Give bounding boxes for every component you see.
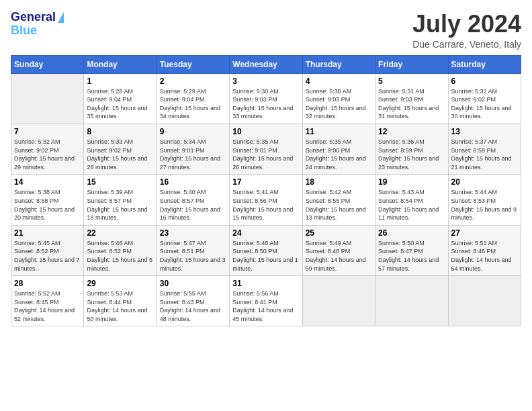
day-info: Sunrise: 5:30 AMSunset: 9:03 PMDaylight:…: [306, 87, 372, 121]
calendar-cell: 1Sunrise: 5:28 AMSunset: 9:04 PMDaylight…: [84, 73, 157, 124]
day-number: 4: [306, 77, 372, 86]
day-info: Sunrise: 5:42 AMSunset: 8:55 PMDaylight:…: [306, 188, 372, 222]
day-number: 8: [87, 127, 153, 136]
weekday-header-monday: Monday: [84, 55, 157, 73]
day-info: Sunrise: 5:50 AMSunset: 8:47 PMDaylight:…: [378, 239, 445, 273]
calendar-cell: 19Sunrise: 5:43 AMSunset: 8:54 PMDayligh…: [375, 175, 448, 225]
calendar-cell: 22Sunrise: 5:46 AMSunset: 8:52 PMDayligh…: [84, 225, 157, 275]
day-number: 24: [232, 228, 299, 238]
day-info: Sunrise: 5:39 AMSunset: 8:57 PMDaylight:…: [87, 188, 153, 222]
calendar-cell: 13Sunrise: 5:37 AMSunset: 8:59 PMDayligh…: [448, 124, 521, 174]
calendar-cell: 24Sunrise: 5:48 AMSunset: 8:50 PMDayligh…: [230, 225, 302, 275]
weekday-header-saturday: Saturday: [448, 55, 521, 73]
calendar-cell: 2Sunrise: 5:29 AMSunset: 9:04 PMDaylight…: [157, 73, 229, 124]
day-number: 13: [451, 127, 518, 136]
day-info: Sunrise: 5:29 AMSunset: 9:04 PMDaylight:…: [160, 87, 226, 121]
calendar-cell: 7Sunrise: 5:32 AMSunset: 9:02 PMDaylight…: [11, 124, 84, 174]
logo-blue: Blue: [11, 24, 64, 38]
day-number: 19: [378, 177, 445, 187]
day-number: 23: [160, 228, 226, 238]
day-number: 15: [87, 177, 153, 187]
calendar-title: July 2024: [412, 11, 521, 38]
day-number: 1: [87, 77, 153, 86]
weekday-header-sunday: Sunday: [11, 55, 84, 73]
day-number: 2: [160, 77, 226, 86]
logo-general: General: [11, 10, 56, 24]
day-info: Sunrise: 5:28 AMSunset: 9:04 PMDaylight:…: [87, 87, 153, 121]
calendar-cell: 4Sunrise: 5:30 AMSunset: 9:03 PMDaylight…: [302, 73, 375, 124]
day-info: Sunrise: 5:44 AMSunset: 8:53 PMDaylight:…: [451, 188, 518, 222]
day-info: Sunrise: 5:36 AMSunset: 8:59 PMDaylight:…: [378, 138, 445, 171]
calendar-subtitle: Due Carrare, Veneto, Italy: [412, 39, 521, 50]
calendar-cell: 9Sunrise: 5:34 AMSunset: 9:01 PMDaylight…: [157, 124, 229, 174]
calendar-cell: 10Sunrise: 5:35 AMSunset: 9:01 PMDayligh…: [230, 124, 302, 174]
weekday-header-tuesday: Tuesday: [157, 55, 229, 73]
calendar-cell: 5Sunrise: 5:31 AMSunset: 9:03 PMDaylight…: [375, 73, 448, 124]
calendar-cell: 26Sunrise: 5:50 AMSunset: 8:47 PMDayligh…: [375, 225, 448, 275]
calendar-cell: 28Sunrise: 5:52 AMSunset: 8:45 PMDayligh…: [11, 276, 84, 326]
day-number: 7: [14, 127, 81, 136]
logo-top: General: [11, 11, 64, 24]
day-number: 11: [306, 127, 372, 136]
calendar-cell: 17Sunrise: 5:41 AMSunset: 8:56 PMDayligh…: [230, 175, 302, 225]
week-row-5: 28Sunrise: 5:52 AMSunset: 8:45 PMDayligh…: [11, 276, 521, 326]
day-info: Sunrise: 5:30 AMSunset: 9:03 PMDaylight:…: [232, 87, 299, 121]
day-info: Sunrise: 5:43 AMSunset: 8:54 PMDaylight:…: [378, 188, 445, 222]
day-number: 21: [14, 228, 81, 238]
calendar-cell: 11Sunrise: 5:35 AMSunset: 9:00 PMDayligh…: [302, 124, 375, 174]
calendar-cell: [375, 276, 448, 326]
day-info: Sunrise: 5:38 AMSunset: 8:58 PMDaylight:…: [14, 188, 81, 222]
day-info: Sunrise: 5:52 AMSunset: 8:45 PMDaylight:…: [14, 289, 81, 323]
day-number: 28: [14, 279, 81, 288]
day-number: 17: [232, 177, 299, 187]
title-block: July 2024 Due Carrare, Veneto, Italy: [412, 11, 521, 50]
day-number: 9: [160, 127, 226, 136]
calendar-cell: 14Sunrise: 5:38 AMSunset: 8:58 PMDayligh…: [11, 175, 84, 225]
calendar-cell: 3Sunrise: 5:30 AMSunset: 9:03 PMDaylight…: [230, 73, 302, 124]
weekday-header-row: SundayMondayTuesdayWednesdayThursdayFrid…: [11, 55, 521, 73]
day-info: Sunrise: 5:45 AMSunset: 8:52 PMDaylight:…: [14, 239, 81, 273]
day-info: Sunrise: 5:48 AMSunset: 8:50 PMDaylight:…: [232, 239, 299, 273]
day-info: Sunrise: 5:46 AMSunset: 8:52 PMDaylight:…: [87, 239, 153, 273]
calendar-table: SundayMondayTuesdayWednesdayThursdayFrid…: [11, 55, 521, 327]
calendar-cell: 29Sunrise: 5:53 AMSunset: 8:44 PMDayligh…: [84, 276, 157, 326]
calendar-cell: 21Sunrise: 5:45 AMSunset: 8:52 PMDayligh…: [11, 225, 84, 275]
day-info: Sunrise: 5:32 AMSunset: 9:02 PMDaylight:…: [451, 87, 518, 121]
day-info: Sunrise: 5:49 AMSunset: 8:48 PMDaylight:…: [306, 239, 372, 273]
calendar-cell: 23Sunrise: 5:47 AMSunset: 8:51 PMDayligh…: [157, 225, 229, 275]
day-number: 29: [87, 279, 153, 288]
day-number: 27: [451, 228, 518, 238]
day-number: 25: [306, 228, 372, 238]
calendar-cell: [302, 276, 375, 326]
day-info: Sunrise: 5:51 AMSunset: 8:46 PMDaylight:…: [451, 239, 518, 273]
day-number: 31: [232, 279, 299, 288]
day-number: 30: [160, 279, 226, 288]
calendar-cell: 6Sunrise: 5:32 AMSunset: 9:02 PMDaylight…: [448, 73, 521, 124]
calendar-cell: 30Sunrise: 5:55 AMSunset: 8:43 PMDayligh…: [157, 276, 229, 326]
day-info: Sunrise: 5:47 AMSunset: 8:51 PMDaylight:…: [160, 239, 226, 273]
logo: General Blue: [11, 11, 64, 38]
calendar-cell: 18Sunrise: 5:42 AMSunset: 8:55 PMDayligh…: [302, 175, 375, 225]
calendar-cell: 12Sunrise: 5:36 AMSunset: 8:59 PMDayligh…: [375, 124, 448, 174]
calendar-cell: 25Sunrise: 5:49 AMSunset: 8:48 PMDayligh…: [302, 225, 375, 275]
day-info: Sunrise: 5:41 AMSunset: 8:56 PMDaylight:…: [232, 188, 299, 222]
day-number: 3: [232, 77, 299, 86]
day-info: Sunrise: 5:56 AMSunset: 8:41 PMDaylight:…: [232, 289, 299, 323]
day-info: Sunrise: 5:35 AMSunset: 9:01 PMDaylight:…: [232, 138, 299, 171]
day-number: 5: [378, 77, 445, 86]
day-info: Sunrise: 5:31 AMSunset: 9:03 PMDaylight:…: [378, 87, 445, 121]
week-row-3: 14Sunrise: 5:38 AMSunset: 8:58 PMDayligh…: [11, 175, 521, 225]
calendar-cell: 15Sunrise: 5:39 AMSunset: 8:57 PMDayligh…: [84, 175, 157, 225]
calendar-cell: [448, 276, 521, 326]
day-info: Sunrise: 5:55 AMSunset: 8:43 PMDaylight:…: [160, 289, 226, 323]
day-info: Sunrise: 5:35 AMSunset: 9:00 PMDaylight:…: [306, 138, 372, 171]
weekday-header-friday: Friday: [375, 55, 448, 73]
week-row-4: 21Sunrise: 5:45 AMSunset: 8:52 PMDayligh…: [11, 225, 521, 275]
day-info: Sunrise: 5:37 AMSunset: 8:59 PMDaylight:…: [451, 138, 518, 171]
day-info: Sunrise: 5:40 AMSunset: 8:57 PMDaylight:…: [160, 188, 226, 222]
calendar-cell: 31Sunrise: 5:56 AMSunset: 8:41 PMDayligh…: [230, 276, 302, 326]
calendar-cell: 8Sunrise: 5:33 AMSunset: 9:02 PMDaylight…: [84, 124, 157, 174]
day-info: Sunrise: 5:33 AMSunset: 9:02 PMDaylight:…: [87, 138, 153, 171]
calendar-cell: [11, 73, 84, 124]
day-info: Sunrise: 5:34 AMSunset: 9:01 PMDaylight:…: [160, 138, 226, 171]
